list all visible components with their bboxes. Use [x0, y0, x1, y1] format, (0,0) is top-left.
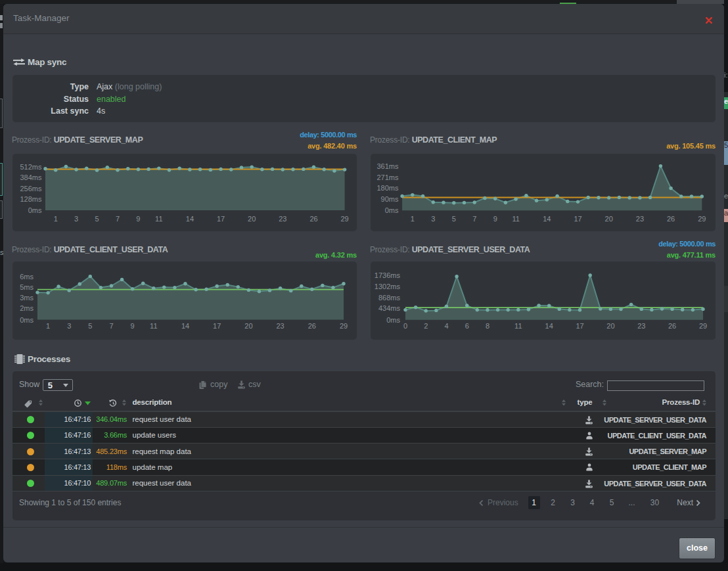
- svg-text:6ms: 6ms: [20, 273, 34, 281]
- svg-text:90ms: 90ms: [381, 195, 399, 203]
- svg-text:7: 7: [109, 322, 113, 330]
- svg-text:11: 11: [514, 322, 522, 330]
- svg-text:0ms: 0ms: [385, 206, 399, 214]
- svg-text:14: 14: [186, 215, 194, 223]
- svg-text:0ms: 0ms: [386, 316, 400, 324]
- svg-text:9: 9: [136, 215, 140, 223]
- svg-text:11: 11: [150, 322, 157, 330]
- svg-text:20: 20: [244, 322, 252, 330]
- svg-text:17: 17: [576, 322, 583, 330]
- svg-text:23: 23: [279, 215, 286, 223]
- svg-text:384ms: 384ms: [20, 173, 42, 181]
- svg-text:14: 14: [181, 322, 189, 330]
- svg-text:5: 5: [88, 322, 92, 330]
- svg-text:3ms: 3ms: [20, 294, 34, 302]
- svg-text:2: 2: [424, 322, 428, 330]
- svg-text:17: 17: [574, 215, 581, 223]
- svg-text:29: 29: [698, 215, 706, 223]
- svg-text:7: 7: [472, 215, 476, 223]
- svg-text:1: 1: [46, 322, 50, 330]
- svg-text:20: 20: [248, 215, 256, 223]
- svg-text:26: 26: [668, 322, 676, 330]
- svg-text:256ms: 256ms: [20, 185, 42, 193]
- svg-text:5: 5: [95, 215, 99, 223]
- svg-text:0ms: 0ms: [20, 316, 34, 324]
- svg-text:5ms: 5ms: [20, 283, 34, 291]
- svg-text:4: 4: [444, 322, 448, 330]
- svg-text:17: 17: [217, 215, 225, 223]
- svg-text:26: 26: [308, 322, 316, 330]
- svg-text:0ms: 0ms: [28, 206, 42, 214]
- svg-text:14: 14: [545, 322, 553, 330]
- svg-text:29: 29: [699, 322, 707, 330]
- svg-text:1736ms: 1736ms: [375, 271, 401, 279]
- svg-text:3: 3: [67, 322, 71, 330]
- svg-text:9: 9: [131, 322, 135, 330]
- svg-text:1: 1: [54, 215, 58, 223]
- svg-text:1: 1: [411, 215, 415, 223]
- svg-text:271ms: 271ms: [376, 173, 399, 181]
- svg-text:17: 17: [213, 322, 221, 330]
- svg-text:23: 23: [276, 322, 284, 330]
- svg-text:23: 23: [637, 322, 645, 330]
- svg-text:29: 29: [340, 215, 348, 223]
- svg-text:180ms: 180ms: [376, 184, 399, 192]
- svg-text:8: 8: [486, 322, 489, 330]
- svg-text:11: 11: [155, 215, 162, 223]
- svg-text:512ms: 512ms: [20, 163, 42, 171]
- svg-text:11: 11: [512, 215, 519, 223]
- svg-text:26: 26: [309, 215, 317, 223]
- svg-text:20: 20: [605, 215, 613, 223]
- svg-text:128ms: 128ms: [20, 195, 42, 203]
- svg-text:434ms: 434ms: [378, 304, 401, 312]
- svg-text:361ms: 361ms: [376, 162, 399, 170]
- svg-text:29: 29: [340, 322, 348, 330]
- svg-text:3: 3: [431, 215, 435, 223]
- svg-text:5: 5: [452, 215, 456, 223]
- svg-text:6: 6: [465, 322, 469, 330]
- svg-text:868ms: 868ms: [378, 294, 401, 302]
- svg-text:1302ms: 1302ms: [375, 283, 401, 290]
- svg-text:23: 23: [636, 215, 644, 223]
- svg-text:26: 26: [667, 215, 675, 223]
- svg-text:0: 0: [403, 322, 407, 330]
- svg-text:7: 7: [116, 215, 120, 223]
- svg-text:20: 20: [606, 322, 614, 330]
- svg-text:2ms: 2ms: [20, 304, 34, 312]
- svg-text:14: 14: [543, 215, 551, 223]
- svg-text:9: 9: [493, 215, 497, 223]
- svg-text:3: 3: [74, 215, 78, 223]
